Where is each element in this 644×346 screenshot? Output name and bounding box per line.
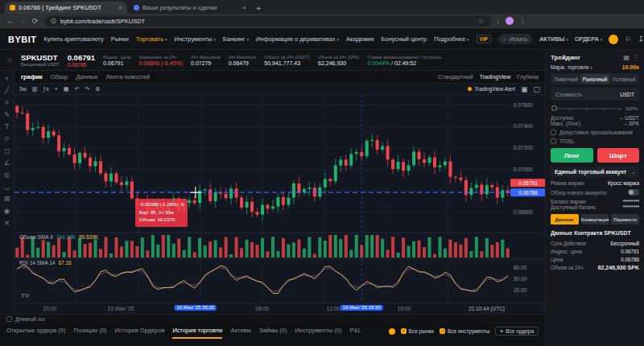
emoji-tool-icon[interactable]: ☺: [3, 135, 10, 142]
margin-mode-value[interactable]: Кросс маржа: [608, 180, 639, 186]
undo-icon[interactable]: ↶: [74, 86, 79, 93]
slider-track[interactable]: [552, 108, 621, 109]
nav-item-рынки[interactable]: Рынки: [111, 35, 129, 43]
chart-view-option[interactable]: TradingView: [480, 74, 511, 80]
panel-layout-icon[interactable]: ▦: [623, 54, 630, 61]
camera-icon[interactable]: ▣: [521, 85, 528, 93]
filter-checkbox-row[interactable]: Все рынки: [401, 328, 434, 334]
bybit-logo[interactable]: BYBIT: [8, 35, 37, 44]
chart-tab[interactable]: график: [21, 73, 43, 80]
overview-toggle[interactable]: [628, 189, 639, 196]
orders-tab[interactable]: Активы: [230, 323, 250, 339]
app-download-icon[interactable]: ↧: [638, 35, 644, 43]
symbol-name[interactable]: SPKUSDT: [21, 53, 60, 62]
chart-tab[interactable]: Обзор: [51, 73, 68, 80]
compare-icon[interactable]: +: [55, 86, 58, 92]
bookmark-star-icon[interactable]: ☆: [477, 17, 484, 25]
tpsl-checkbox[interactable]: [551, 138, 556, 144]
slippage-checkbox-row[interactable]: Допустимое проскальзывание: [551, 130, 639, 135]
user-avatar[interactable]: [609, 35, 618, 44]
chart-area[interactable]: 0.076000.074000.072000.070000.068000.066…: [14, 95, 545, 303]
browser-profile-avatar[interactable]: [506, 17, 514, 25]
assets-menu[interactable]: АКТИВЫ▾: [539, 35, 568, 43]
short-button[interactable]: Шорт: [597, 148, 640, 163]
filter-checkbox[interactable]: [401, 328, 407, 334]
nav-item-купить-криптовалюту[interactable]: Купить криптовалюту: [44, 35, 104, 43]
chart-view-option[interactable]: Стандартный: [438, 74, 473, 80]
forward-icon[interactable]: →: [19, 17, 27, 25]
slider-thumb[interactable]: [551, 105, 557, 111]
daily-log-checkbox[interactable]: [6, 316, 12, 322]
nav-item-инструменты[interactable]: Инструменты▾: [175, 35, 216, 43]
browser-tab[interactable]: 0.06786 | Трейдинг SPKUSDT×: [5, 2, 127, 14]
header-search[interactable]: ⌕ Искать: [498, 34, 532, 44]
margin-trade-select[interactable]: Марж. торговля▾: [551, 64, 592, 70]
magnet-tool-icon[interactable]: ◡: [4, 183, 10, 191]
size-slider[interactable]: 100%: [551, 104, 639, 112]
shape-tool-icon[interactable]: ◻: [4, 147, 10, 154]
text-tool-icon[interactable]: T: [5, 123, 9, 130]
all-orders-button[interactable]: ≡Все ордера: [495, 327, 539, 336]
nav-item-бонусный-центр[interactable]: Бонусный центр: [382, 35, 427, 43]
lock-tool-icon[interactable]: ⊠: [4, 196, 10, 203]
downloads-icon[interactable]: ↓: [497, 17, 501, 25]
tab-close-icon[interactable]: ×: [242, 4, 246, 11]
vip-badge[interactable]: VIP: [477, 35, 491, 43]
cost-field[interactable]: Стоимость USDT: [551, 88, 639, 101]
tradingview-alert-button[interactable]: TradingView Alert: [468, 86, 515, 92]
browser-menu-icon[interactable]: ⋮: [519, 17, 526, 25]
orders-tab[interactable]: Займы (0): [259, 323, 287, 339]
leverage-value[interactable]: 10.00x: [622, 64, 639, 70]
nav-item-информация-о-деривативах[interactable]: Информация о деривативах▾: [256, 35, 339, 43]
orders-tab[interactable]: История Ордеров: [115, 323, 165, 339]
nav-item-подробнее[interactable]: Подробнее▾: [434, 35, 469, 43]
slippage-checkbox[interactable]: [551, 130, 556, 135]
nav-item-академия[interactable]: Академия: [346, 35, 374, 43]
brush-tool-icon[interactable]: ✎: [4, 111, 10, 118]
orders-tab[interactable]: P&L: [349, 323, 361, 339]
orders-tab[interactable]: Открытые ордера (0): [6, 323, 66, 339]
tab-close-icon[interactable]: ×: [118, 4, 122, 11]
reload-icon[interactable]: ⟳: [32, 17, 39, 25]
депозит-button[interactable]: Депозит: [551, 214, 579, 224]
price-chart[interactable]: 0.076000.074000.072000.070000.068000.066…: [14, 95, 545, 303]
chart-tab[interactable]: Лента новостей: [106, 73, 151, 80]
time-axis[interactable]: 20:0010 Июн '2504:0008:0012:0016:0020:00…: [14, 303, 545, 314]
rewards-icon[interactable]: ⚐: [625, 35, 631, 43]
symbol-block[interactable]: SPKUSDT Бессрочный USDT: [21, 53, 60, 67]
orders-tab[interactable]: История торговли: [172, 323, 222, 339]
nav-item-торговать[interactable]: Торговать▾: [136, 35, 167, 43]
order-type-tab[interactable]: Условный: [609, 74, 638, 84]
grid-layout-icon[interactable]: ▦: [64, 86, 69, 93]
filter-checkbox-row[interactable]: Все инструменты: [440, 328, 490, 334]
chart-tab[interactable]: Данные: [76, 73, 97, 80]
перевести-button[interactable]: Перевести: [611, 214, 639, 224]
filter-checkbox[interactable]: [440, 328, 445, 334]
order-type-tab[interactable]: Лимитный: [551, 74, 580, 84]
redo-icon[interactable]: ↷: [85, 86, 89, 93]
cursor-tool-icon[interactable]: ⌖: [5, 75, 9, 82]
chart-view-option[interactable]: Глубина: [517, 74, 539, 80]
long-button[interactable]: Лонг: [551, 148, 593, 163]
favorite-star-icon[interactable]: ☆: [6, 56, 13, 64]
expand-icon[interactable]: ▢: [533, 85, 540, 93]
nav-item-банкинг[interactable]: Банкинг▾: [223, 35, 249, 43]
settings-icon[interactable]: ⚙: [95, 86, 100, 93]
orders-tab[interactable]: Позиции (0): [74, 323, 107, 339]
trash-tool-icon[interactable]: ✕: [4, 220, 10, 227]
interval-select[interactable]: 5м: [19, 86, 27, 92]
site-info-icon[interactable]: ⊙: [51, 17, 57, 25]
browser-tab[interactable]: Ваши результаты и сделки×: [129, 2, 251, 14]
zoom-tool-icon[interactable]: ◎: [4, 171, 10, 179]
url-bar[interactable]: ⊙ bybit.com/trade/usdt/SPKUSDT ☆: [44, 16, 491, 27]
new-tab-button[interactable]: +: [256, 3, 261, 13]
конвертация-button[interactable]: Конвертация: [581, 214, 609, 224]
back-icon[interactable]: ←: [6, 17, 14, 25]
orders-menu[interactable]: ОРДЕРА▾: [575, 35, 602, 43]
order-type-tab[interactable]: Рыночный: [580, 74, 609, 84]
tpsl-checkbox-row[interactable]: ТП/SL: [551, 138, 639, 144]
measure-tool-icon[interactable]: ∠: [4, 159, 10, 167]
indicators-icon[interactable]: ƒx: [43, 86, 48, 92]
account-section-header[interactable]: Единый торговый аккаунт⌄: [551, 167, 639, 177]
candle-style-icon[interactable]: ▥: [32, 86, 38, 93]
